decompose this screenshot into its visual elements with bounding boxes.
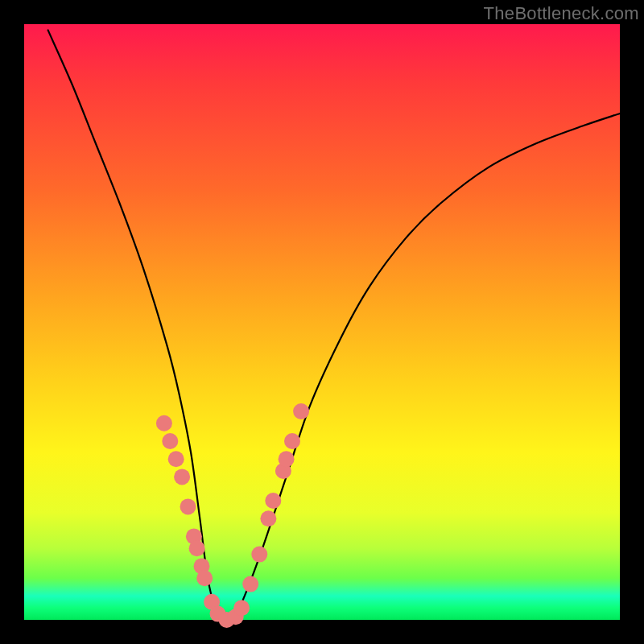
watermark-text: TheBottleneck.com: [484, 3, 639, 24]
plot-area: [24, 24, 620, 620]
canvas: TheBottleneck.com: [0, 0, 644, 644]
